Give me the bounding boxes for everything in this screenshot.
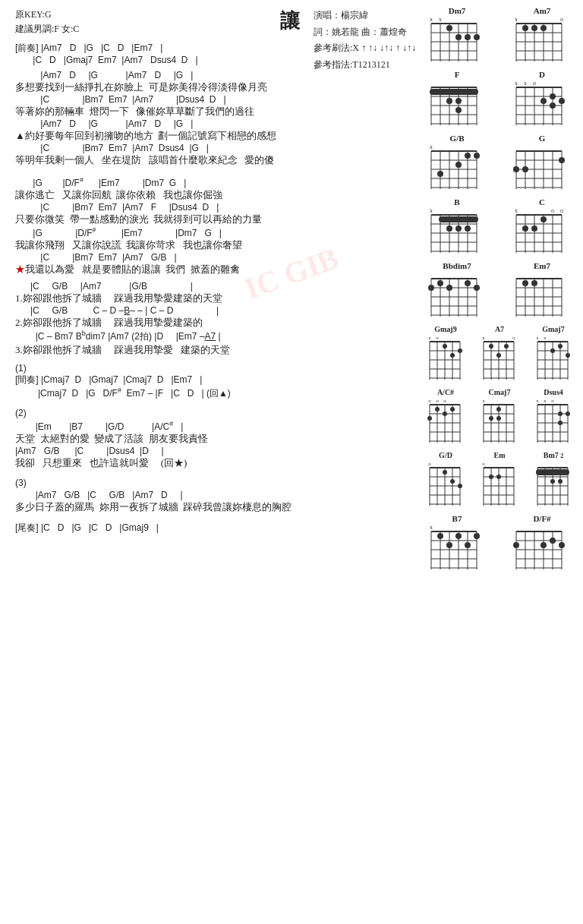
svg-rect-44: [430, 89, 478, 95]
svg-text:x: x: [544, 335, 547, 341]
svg-point-140: [428, 285, 434, 291]
outro-chord: [尾奏] |C D |G |C D |Gmaj9 |: [15, 522, 420, 535]
ch1-lyric4: ★我還以為愛 就是要體貼的退讓 我們 掀蓋的雛禽: [15, 263, 420, 276]
svg-point-144: [474, 285, 480, 291]
svg-point-216: [427, 416, 432, 421]
svg-point-62: [540, 98, 547, 104]
bbdim7-grid: [424, 271, 484, 320]
svg-point-263: [458, 484, 462, 488]
svg-point-303: [455, 533, 462, 539]
df#-label: D/F#: [509, 514, 575, 523]
diagram-cmaj7: Cmaj7 x: [477, 388, 522, 446]
svg-point-202: [550, 348, 555, 353]
diagram-d: D x x o: [509, 70, 575, 129]
fingering: 參考指法:T1213121: [314, 57, 416, 74]
svg-point-79: [455, 162, 462, 168]
ch1-lyric3: 我讓你飛翔 又讓你說謊 我讓你苛求 我也讓你奢望: [15, 238, 420, 252]
svg-text:o: o: [551, 207, 554, 214]
g-label: G: [509, 134, 575, 143]
v1-lyric2: 等著妳的那輛車 燈閃一下 像催妳草草斷了我們的過往: [15, 105, 420, 118]
diagram-gmaj7: Gmaj7 x x: [531, 325, 575, 383]
diagram-dsus4: Dsus4 x x o: [531, 388, 575, 446]
svg-point-13: [446, 25, 452, 31]
br-chord3: |C – Bm7 Bbdim7 |Am7 (2拍) |D |Em7 –A7 |: [15, 330, 420, 343]
bm7-label: Bm7 2: [531, 451, 575, 459]
am7-grid: x o: [509, 16, 569, 65]
svg-point-276: [496, 475, 501, 479]
svg-text:o: o: [436, 398, 439, 404]
gb-grid: x: [424, 143, 484, 193]
em-label: Em: [477, 451, 522, 459]
f-label: F: [424, 70, 490, 79]
diagram-b: B x: [424, 197, 490, 257]
bridge-section: |C G/B |Am7 |G/B | 1.妳卻跟他拆了城牆 踩過我用摯愛建築的天…: [15, 281, 420, 357]
svg-point-141: [437, 280, 443, 286]
diagrams-row-7: A/C# o o o: [424, 388, 575, 446]
key-original: 原KEY:G: [15, 8, 79, 22]
svg-point-320: [540, 542, 547, 548]
chord-diagrams: Dm7 x x: [424, 6, 575, 578]
svg-point-78: [437, 171, 443, 177]
cmaj7-grid: x: [477, 397, 522, 446]
svg-point-15: [465, 34, 471, 40]
svg-text:x: x: [428, 335, 431, 341]
svg-text:x: x: [515, 80, 518, 87]
dm7-label: Dm7: [424, 6, 490, 15]
svg-point-170: [443, 344, 447, 348]
svg-point-305: [465, 542, 471, 548]
svg-point-187: [504, 344, 509, 348]
br-lyric3: 3.妳卻跟他拆了城牆 踩過我用摯愛 建築的天堂: [15, 343, 420, 357]
svg-point-16: [474, 34, 480, 40]
ch1-chord4: |C |Bm7 Em7 |Am7 G/B |: [15, 252, 420, 263]
ch1-lyric1: 讓你逃亡 又讓你回航 讓你依賴 我也讓你倔強: [15, 188, 420, 202]
svg-point-157: [531, 280, 537, 286]
svg-text:o: o: [482, 461, 485, 467]
svg-point-319: [550, 538, 556, 544]
svg-point-81: [474, 153, 480, 159]
am7-label: Am7: [509, 6, 575, 15]
page: 原KEY:G 建議男調:F 女:C 讓 演唱：楊宗緯 詞：姚若龍 曲：蕭煌奇 參…: [0, 0, 583, 547]
v1-chord3: |Am7 D |G |Am7 D |G |: [15, 118, 420, 129]
diagrams-row-3: G/B x: [424, 134, 575, 193]
svg-text:o: o: [512, 335, 515, 341]
diagram-em: Em o: [477, 451, 522, 509]
svg-text:o: o: [551, 398, 554, 404]
dm7-grid: x x: [424, 16, 484, 65]
svg-rect-287: [536, 469, 569, 475]
dsus4-label: Dsus4: [531, 388, 575, 396]
ch1-chord1: |G |D/F# |Em7 |Dm7 G |: [15, 176, 420, 188]
svg-point-65: [550, 102, 556, 109]
svg-point-318: [513, 542, 519, 548]
br-lyric2: 2.妳卻跟他拆了城牆 踩過我用摯愛建築的: [15, 316, 420, 330]
s2-lyric2: 我卻 只想重來 也許這就叫愛 (回★): [15, 456, 420, 470]
c-grid: x o o: [509, 207, 569, 257]
svg-text:x: x: [515, 16, 518, 23]
s2-lyric1: 天堂 太絕對的愛 變成了活該 朋友要我責怪: [15, 432, 420, 446]
svg-point-171: [450, 353, 455, 358]
svg-point-172: [458, 348, 462, 353]
diagram-c: C x o o: [509, 197, 575, 257]
svg-text:x: x: [430, 207, 433, 214]
s2-chord1: |Em |B7 |G/D |A/C# |: [15, 420, 420, 432]
diagrams-row-8: G/D o E: [424, 451, 575, 509]
svg-text:o: o: [436, 335, 439, 341]
gmaj7-grid: x x: [531, 334, 575, 383]
svg-point-232: [489, 416, 493, 421]
svg-point-111: [465, 225, 471, 232]
svg-text:x: x: [515, 207, 518, 214]
f-grid: [424, 80, 484, 129]
svg-rect-108: [439, 216, 478, 222]
s3-lyric1: 多少日子蓋的羅馬 妳用一夜拆了城牆 踩碎我曾讓妳棲息的胸腔: [15, 500, 420, 514]
verse1-section: |Am7 D |G |Am7 D |G | 多想要找到一絲掙扎在妳臉上 可是妳美…: [15, 70, 420, 167]
outro-section: [尾奏] |C D |G |C D |Gmaj9 |: [15, 519, 420, 535]
il-chord2: |Cmaj7 D |G D/F# Em7 – |F |C D | (回▲): [15, 386, 420, 400]
ch1-chord3: |G |D/F# |Em7 |Dm7 G |: [15, 226, 420, 238]
df#-grid: [509, 524, 569, 573]
svg-point-110: [455, 225, 462, 232]
diagrams-row-1: Dm7 x x: [424, 6, 575, 65]
singer: 演唱：楊宗緯: [314, 8, 416, 24]
svg-point-126: [540, 216, 547, 222]
b7-grid: x: [424, 524, 484, 573]
svg-point-248: [566, 412, 570, 416]
svg-text:x: x: [430, 143, 433, 150]
